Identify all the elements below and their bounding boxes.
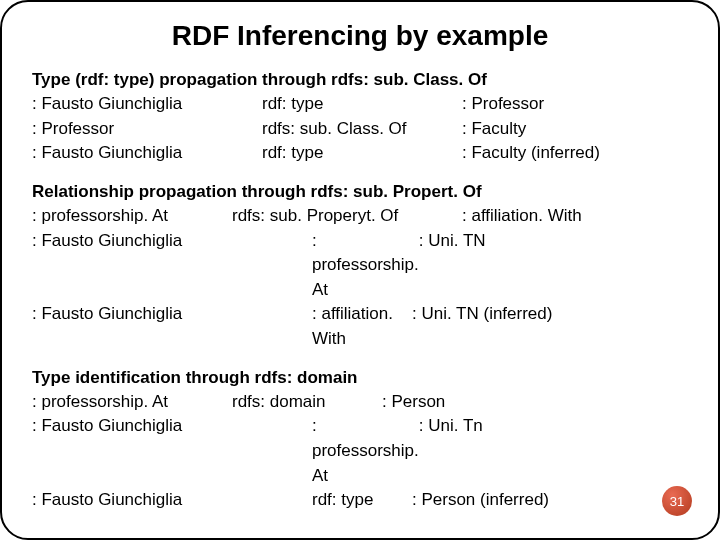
- object: : Uni. TN (inferred): [412, 302, 688, 351]
- subject: : Professor: [32, 117, 262, 142]
- predicate: : professorship. At: [232, 414, 419, 488]
- section-heading: Relationship propagation through rdfs: s…: [32, 182, 688, 202]
- predicate: rdfs: sub. Properyt. Of: [232, 204, 462, 229]
- section-type-propagation: Type (rdf: type) propagation through rdf…: [32, 70, 688, 166]
- slide-frame: RDF Inferencing by example Type (rdf: ty…: [0, 0, 720, 540]
- triple-row: : Fausto Giunchiglia rdf: type : Person …: [32, 488, 688, 513]
- triple-row: : professorship. At rdfs: sub. Properyt.…: [32, 204, 688, 229]
- slide-title: RDF Inferencing by example: [32, 20, 688, 52]
- section-heading: Type (rdf: type) propagation through rdf…: [32, 70, 688, 90]
- triple-row: : Fausto Giunchiglia rdf: type : Faculty…: [32, 141, 688, 166]
- object: : Faculty (inferred): [462, 141, 688, 166]
- object: : Uni. TN: [419, 229, 688, 303]
- subject: : Fausto Giunchiglia: [32, 488, 232, 513]
- subject: : Fausto Giunchiglia: [32, 92, 262, 117]
- object: : affiliation. With: [462, 204, 688, 229]
- object: : Professor: [462, 92, 688, 117]
- subject: : Fausto Giunchiglia: [32, 141, 262, 166]
- section-heading: Type identification through rdfs: domain: [32, 368, 688, 388]
- predicate: rdfs: domain: [232, 390, 382, 415]
- predicate: rdf: type: [262, 92, 462, 117]
- section-type-identification: Type identification through rdfs: domain…: [32, 368, 688, 513]
- predicate: : affiliation. With: [232, 302, 412, 351]
- subject: : professorship. At: [32, 204, 232, 229]
- predicate: rdf: type: [262, 141, 462, 166]
- object: : Uni. Tn: [419, 414, 688, 488]
- subject: : professorship. At: [32, 390, 232, 415]
- triple-row: : Fausto Giunchiglia : affiliation. With…: [32, 302, 688, 351]
- triple-row: : Professor rdfs: sub. Class. Of : Facul…: [32, 117, 688, 142]
- object: : Person (inferred): [412, 488, 688, 513]
- object: : Faculty: [462, 117, 688, 142]
- subject: : Fausto Giunchiglia: [32, 414, 232, 488]
- object: : Person: [382, 390, 688, 415]
- predicate: : professorship. At: [232, 229, 419, 303]
- section-relationship-propagation: Relationship propagation through rdfs: s…: [32, 182, 688, 352]
- predicate: rdf: type: [232, 488, 412, 513]
- subject: : Fausto Giunchiglia: [32, 302, 232, 351]
- predicate: rdfs: sub. Class. Of: [262, 117, 462, 142]
- triple-row: : professorship. At rdfs: domain : Perso…: [32, 390, 688, 415]
- triple-row: : Fausto Giunchiglia : professorship. At…: [32, 414, 688, 488]
- triple-row: : Fausto Giunchiglia rdf: type : Profess…: [32, 92, 688, 117]
- subject: : Fausto Giunchiglia: [32, 229, 232, 303]
- triple-row: : Fausto Giunchiglia : professorship. At…: [32, 229, 688, 303]
- page-number-badge: 31: [662, 486, 692, 516]
